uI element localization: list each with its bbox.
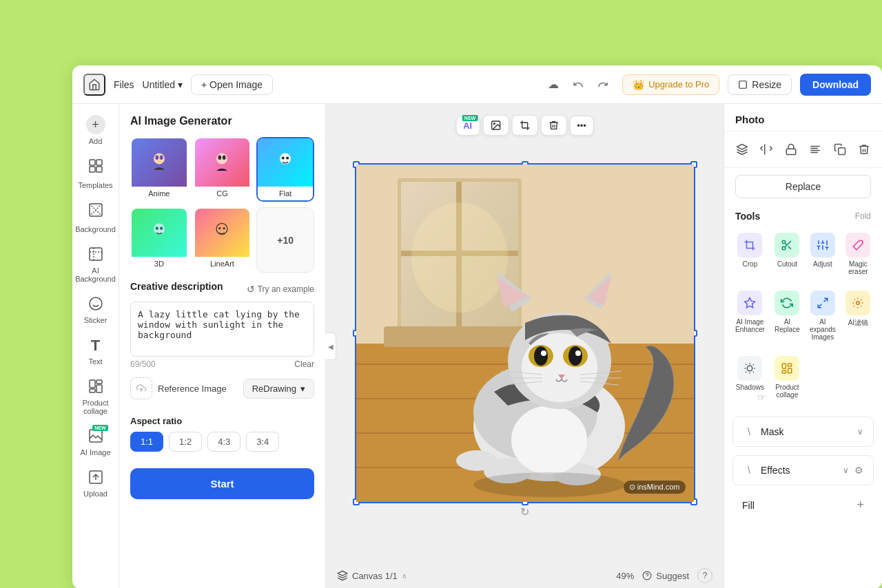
style-grid: Anime CG [130,137,314,273]
sidebar-item-upload[interactable]: Upload [75,463,116,503]
svg-point-29 [156,227,158,230]
svg-point-68 [575,350,581,356]
canvas-image-container[interactable]: ⊙ insMind.com ↻ [355,163,695,503]
flip-button[interactable] [755,138,777,160]
undo-redo-group: ☁ [542,74,614,96]
image-tool-button[interactable] [482,115,509,136]
add-icon: + [86,115,105,134]
style-anime[interactable]: Anime [130,137,188,202]
aspect-1-1[interactable]: 1:1 [130,432,163,452]
tool-adjust[interactable]: Adjust [807,227,839,281]
home-button[interactable] [83,74,105,96]
tool-magic-eraser[interactable]: Magic eraser [843,227,874,281]
svg-line-92 [785,243,787,245]
tool-crop[interactable]: Crop [732,227,768,281]
lock-button[interactable] [780,138,802,160]
help-button[interactable]: ? [697,568,712,583]
more-tool-button[interactable]: ••• [569,116,594,136]
ai-tool-button[interactable]: AI NEW [455,116,480,136]
style-cg[interactable]: CG [194,137,252,202]
open-image-button[interactable]: + Open Image [191,74,273,95]
sidebar-item-background[interactable]: Background [75,196,116,239]
svg-point-36 [493,123,495,125]
sidebar-item-ai-background[interactable]: AI Background [75,240,116,288]
copy-button[interactable] [829,138,851,160]
svg-point-28 [154,223,165,234]
description-textarea[interactable] [130,302,314,357]
fold-button[interactable]: Fold [855,211,871,221]
effects-accordion-header[interactable]: \ Effects ∨ ⚙ [733,456,873,485]
suggest-icon [642,571,652,580]
svg-rect-1 [90,160,95,165]
tool-cutout[interactable]: Cutout [772,227,803,281]
more-styles-card[interactable]: +10 [256,207,314,273]
sidebar-item-sticker[interactable]: Sticker [75,290,116,330]
tool-ai-enhancer[interactable]: AI Image Enhancer [732,285,768,346]
align-button[interactable] [804,138,826,160]
mask-accordion-header[interactable]: \ Mask ∨ [733,417,873,446]
aspect-3-4[interactable]: 3:4 [246,432,279,452]
replace-button[interactable]: Replace [735,175,871,198]
svg-point-21 [160,156,163,160]
upgrade-button[interactable]: 👑 Upgrade to Pro [622,74,719,95]
rotate-handle[interactable]: ↻ [520,505,529,518]
suggest-button[interactable]: Suggest [642,571,689,581]
svg-point-31 [216,223,227,234]
aspect-4-3[interactable]: 4:3 [207,432,240,452]
document-title[interactable]: Untitled ▾ [143,79,183,90]
cloud-button[interactable]: ☁ [542,74,564,96]
upload-icon [88,469,104,487]
redo-button[interactable] [592,74,614,96]
ai-replace-tool-icon [775,291,799,315]
files-link[interactable]: Files [114,79,134,90]
tool-shadows[interactable]: Shadows ☞ [732,350,768,404]
start-button[interactable]: Start [130,468,314,499]
photo-icons-row [724,132,882,168]
cursor-indicator: ☞ [757,392,766,403]
sidebar-item-templates[interactable]: Templates [75,152,116,195]
crop-tool-button[interactable] [511,115,537,136]
delete-icon [548,120,559,131]
delete-right-button[interactable] [853,138,875,160]
svg-rect-107 [783,364,786,368]
svg-point-23 [218,156,222,160]
tool-product-collage[interactable]: Product collage [772,350,803,404]
aspect-1-2[interactable]: 1:2 [169,432,202,452]
redrawing-dropdown[interactable]: ReDrawing ▾ [243,379,314,399]
ai-enhancer-tool-icon [737,291,762,315]
reference-upload[interactable] [130,377,152,399]
tool-ai-expands[interactable]: AI expands Images [807,285,839,346]
mask-slash-icon: \ [743,426,755,438]
style-flat[interactable]: Flat [256,137,314,202]
style-lineart[interactable]: LineArt [194,207,252,273]
clear-button[interactable]: Clear [294,359,314,369]
svg-point-44 [411,202,508,313]
effects-settings-icon[interactable]: ⚙ [854,465,863,476]
sidebar-item-product-collage[interactable]: Product collage [75,372,116,421]
resize-button[interactable]: Resize [728,74,792,95]
svg-point-65 [541,350,546,356]
reference-section: Reference Image ReDrawing ▾ [130,377,314,399]
layers-button[interactable]: Canvas 1/1 ∧ [337,570,407,581]
sidebar-item-add[interactable]: + Add [75,109,116,151]
image-icon [490,120,501,131]
svg-point-27 [286,157,289,160]
sidebar-item-ai-image[interactable]: NEW AI Image [75,422,116,462]
undo-button[interactable] [567,74,589,96]
background-icon [88,202,104,222]
tool-ai-filter[interactable]: AI滤镜 [843,285,874,346]
sticker-icon [88,295,104,313]
fill-add-button[interactable]: + [857,498,864,512]
svg-rect-109 [788,368,792,373]
style-3d[interactable]: 3D [130,207,188,273]
download-button[interactable]: Download [800,74,871,96]
delete-tool-button[interactable] [540,115,566,136]
layers-panel-button[interactable] [731,138,753,160]
tool-ai-replace[interactable]: AI Replace [772,285,803,346]
collapse-panel-button[interactable]: ◀ [325,333,336,360]
try-example-button[interactable]: ↺ Try an example [247,284,314,295]
svg-marker-77 [338,571,347,576]
svg-point-32 [219,227,221,229]
sidebar-item-text[interactable]: T Text [75,331,116,371]
shadows-tool-icon [737,356,762,381]
